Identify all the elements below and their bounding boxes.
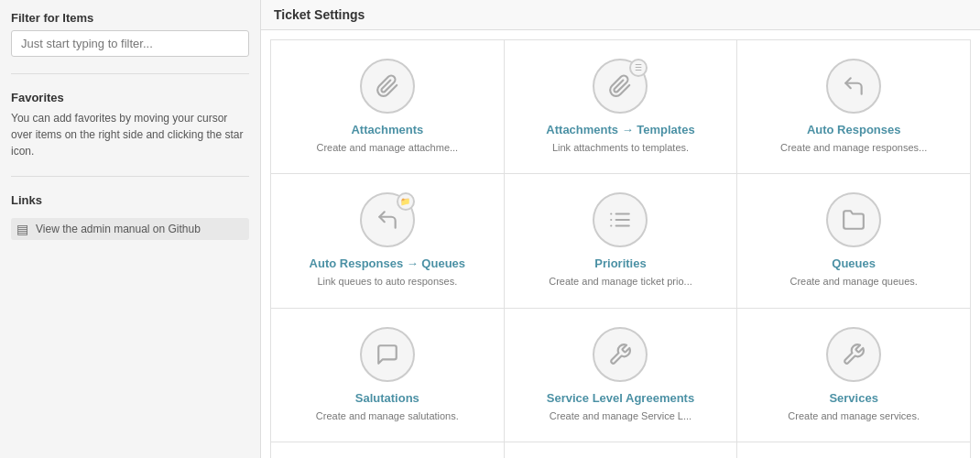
settings-grid: Attachments Create and manage attachme..… — [270, 39, 971, 458]
filter-section: Filter for Items — [11, 11, 249, 57]
links-section: Links ▤ View the admin manual on Github — [11, 193, 249, 240]
divider-1 — [11, 73, 249, 74]
services-icon-circle — [826, 327, 881, 382]
salutations-title: Salutations — [355, 391, 419, 405]
grid-item-queues[interactable]: Queues Create and manage queues. — [737, 174, 971, 308]
favorites-title: Favorites — [11, 91, 249, 104]
attachments-desc: Create and manage attachme... — [316, 141, 458, 155]
grid-item-sms-templates-queues[interactable]: 📁 SMS Templates → Queues Link SMS templa… — [737, 442, 971, 458]
reply-queue-icon — [376, 208, 399, 232]
priorities-icon-circle — [593, 192, 648, 247]
paperclip-icon — [376, 74, 399, 98]
doc-icon: ▤ — [16, 222, 28, 236]
grid-item-salutations[interactable]: Salutations Create and manage salutation… — [271, 309, 505, 442]
sla-desc: Create and manage Service L... — [550, 409, 691, 423]
filter-input[interactable] — [11, 30, 249, 57]
grid-item-services[interactable]: Services Create and manage services. — [737, 309, 971, 442]
wrench-icon — [608, 343, 632, 366]
grid-item-attachments-templates[interactable]: ☰ Attachments → Templates Link attachmen… — [505, 40, 738, 174]
queues-icon-circle — [826, 192, 881, 247]
folder-badge-icon: 📁 — [397, 192, 415, 211]
admin-manual-label: View the admin manual on Github — [36, 223, 201, 235]
grid-item-signatures[interactable]: Signatures Create and manage signatures. — [271, 442, 505, 458]
folder-icon — [842, 208, 866, 232]
grid-item-sla[interactable]: Service Level Agreements Create and mana… — [505, 309, 738, 442]
queues-title: Queues — [832, 256, 876, 270]
favorites-description: You can add favorites by moving your cur… — [11, 110, 249, 159]
services-title: Services — [829, 391, 878, 405]
priorities-title: Priorities — [594, 256, 646, 270]
attachments-templates-icon-circle: ☰ — [593, 59, 648, 114]
auto-responses-queues-icon-circle: 📁 — [360, 192, 415, 247]
grid-item-priorities[interactable]: Priorities Create and manage ticket prio… — [505, 174, 738, 308]
grid-item-auto-responses[interactable]: Auto Responses Create and manage respons… — [737, 40, 971, 174]
paperclip-link-icon — [608, 74, 632, 98]
grid-item-sms-templates[interactable]: SMS Templates Create and manage SMS tem.… — [505, 442, 738, 458]
divider-2 — [11, 176, 249, 177]
queues-desc: Create and manage queues. — [789, 275, 917, 289]
admin-manual-link[interactable]: ▤ View the admin manual on Github — [11, 218, 249, 240]
auto-responses-icon-circle — [826, 59, 881, 114]
services-wrench-icon — [842, 343, 866, 366]
main-content: Ticket Settings Attachments Create and m… — [261, 0, 980, 458]
favorites-section: Favorites You can add favorites by movin… — [11, 91, 249, 159]
services-desc: Create and manage services. — [788, 409, 920, 423]
priorities-desc: Create and manage ticket prio... — [549, 275, 692, 289]
attachments-title: Attachments — [351, 123, 423, 136]
salutations-icon-circle — [360, 327, 415, 382]
auto-responses-queues-desc: Link queues to auto responses. — [317, 275, 457, 289]
doc-badge-icon: ☰ — [629, 59, 648, 77]
auto-responses-queues-title: Auto Responses → Queues — [310, 256, 465, 270]
links-title: Links — [11, 193, 249, 207]
chat-icon — [376, 343, 399, 366]
page-title: Ticket Settings — [261, 0, 980, 30]
reply-icon — [842, 74, 866, 98]
list-icon — [608, 208, 632, 232]
grid-item-attachments[interactable]: Attachments Create and manage attachme..… — [271, 40, 505, 174]
salutations-desc: Create and manage salutations. — [316, 409, 459, 423]
grid-item-auto-responses-queues[interactable]: 📁 Auto Responses → Queues Link queues to… — [271, 174, 505, 308]
sidebar: Filter for Items Favorites You can add f… — [0, 0, 261, 458]
attachments-templates-title: Attachments → Templates — [546, 123, 694, 136]
attachments-icon-circle — [360, 59, 415, 114]
filter-section-title: Filter for Items — [11, 11, 249, 25]
auto-responses-desc: Create and manage responses... — [780, 141, 927, 155]
sla-icon-circle — [593, 327, 648, 382]
attachments-templates-desc: Link attachments to templates. — [552, 141, 689, 155]
auto-responses-title: Auto Responses — [807, 123, 901, 136]
sla-title: Service Level Agreements — [547, 391, 694, 405]
